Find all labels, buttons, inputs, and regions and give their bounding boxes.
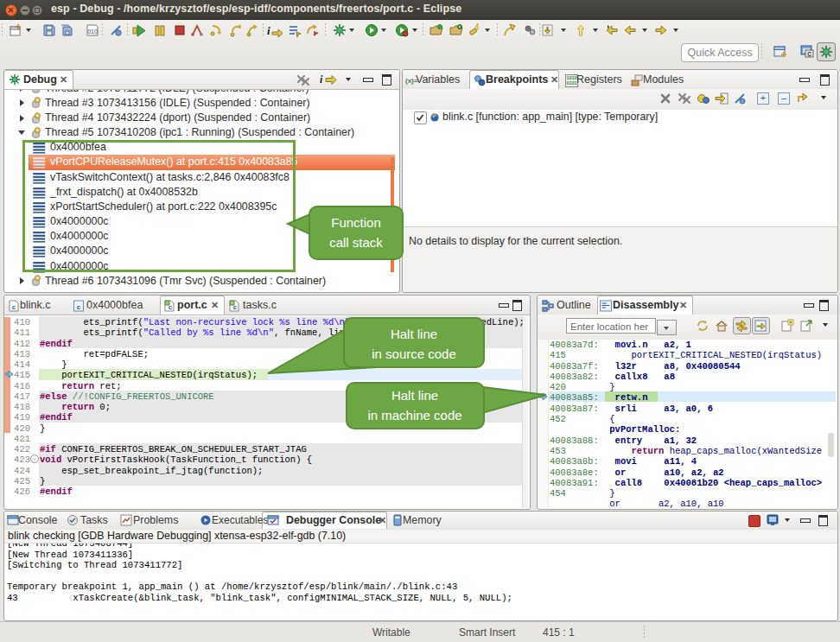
svg-text:c: c [77,303,81,311]
svg-text:C: C [807,51,811,57]
svg-text:c: c [233,303,238,311]
svg-text:c: c [12,303,16,311]
svg-text:c: c [169,303,173,311]
svg-text:010: 010 [87,29,98,35]
